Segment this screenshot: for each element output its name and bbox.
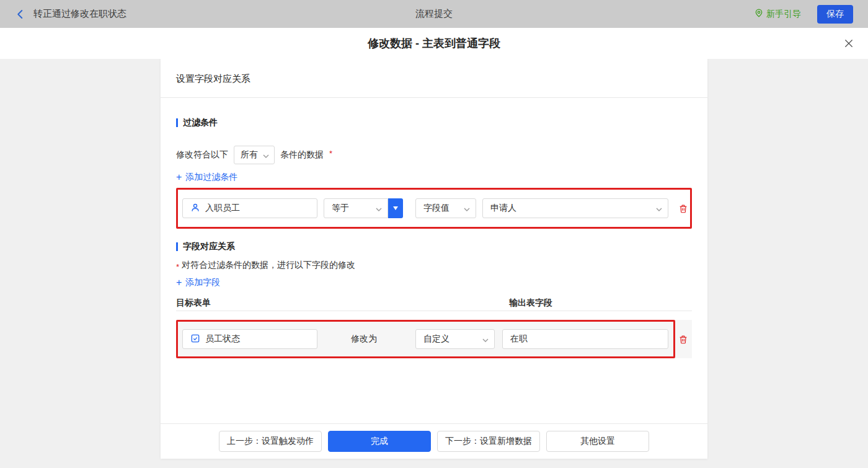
condition-line: 修改符合以下 所有 条件的数据 *	[176, 146, 692, 164]
done-button[interactable]: 完成	[328, 431, 431, 452]
operator-group: 等于	[324, 198, 403, 218]
condition-suffix-label: 条件的数据	[280, 149, 324, 161]
filter-section-title: 过滤条件	[176, 117, 692, 129]
close-icon[interactable]	[843, 38, 854, 49]
add-field-label: 添加字段	[185, 277, 220, 288]
filter-value: 申请人	[490, 203, 516, 214]
mapping-table-header: 目标表单 输出表字段	[176, 298, 692, 311]
section-bar-icon	[176, 242, 178, 251]
condition-prefix-label: 修改符合以下	[176, 149, 228, 161]
beginner-guide-link[interactable]: 新手引导	[755, 8, 801, 20]
delete-condition-icon[interactable]	[678, 203, 688, 214]
delete-field-icon[interactable]	[678, 334, 688, 345]
chevron-down-icon	[482, 334, 489, 344]
dialog-body: 设置字段对应关系 过滤条件 修改符合以下 所有 条件的数据 * +	[0, 59, 868, 468]
chevron-down-icon	[376, 203, 382, 213]
panel-title: 设置字段对应关系	[161, 59, 707, 98]
topbar-left: 转正通过修改在职状态	[15, 8, 126, 20]
add-field-link[interactable]: + 添加字段	[176, 276, 220, 289]
output-value-input[interactable]	[502, 329, 668, 349]
required-mark: *	[176, 262, 179, 272]
add-filter-condition-label: 添加过滤条件	[185, 172, 237, 183]
panel-content: 过滤条件 修改符合以下 所有 条件的数据 * + 添加过滤条件	[161, 98, 707, 423]
target-field-input[interactable]: 员工状态	[182, 329, 317, 349]
prev-step-button[interactable]: 上一步：设置触发动作	[219, 431, 322, 452]
section-bar-icon	[176, 118, 178, 127]
modify-to-label: 修改为	[351, 333, 377, 345]
value-type-select[interactable]: 字段值	[415, 198, 476, 218]
chevron-down-icon	[464, 203, 470, 213]
select-field-icon	[190, 333, 200, 345]
output-type-value: 自定义	[423, 333, 450, 345]
filter-field-input[interactable]: 入职员工	[182, 198, 317, 218]
back-icon[interactable]	[15, 9, 26, 20]
value-type-value: 字段值	[423, 203, 450, 214]
filter-section-label: 过滤条件	[183, 117, 218, 128]
mapping-description: * 对符合过滤条件的数据，进行以下字段的修改	[176, 259, 692, 272]
person-icon	[190, 203, 200, 214]
required-mark: *	[329, 149, 332, 158]
column-target-form: 目标表单	[176, 298, 211, 309]
operator-value: 等于	[332, 203, 349, 214]
filter-condition-row: 入职员工 等于 字段值	[176, 188, 692, 229]
add-filter-condition-link[interactable]: + 添加过滤条件	[176, 171, 237, 183]
beginner-guide-label: 新手引导	[766, 9, 801, 20]
chevron-down-icon	[656, 203, 662, 213]
dialog-header: 修改数据 - 主表到普通字段	[0, 28, 868, 59]
column-output-field: 输出表字段	[509, 298, 552, 309]
plus-icon: +	[176, 278, 182, 288]
topbar-right: 新手引导 保存	[755, 5, 853, 24]
target-field-value: 员工状态	[205, 333, 240, 345]
match-type-select[interactable]: 所有	[234, 146, 275, 164]
plus-icon: +	[176, 172, 182, 182]
operator-dropdown-button[interactable]	[388, 198, 403, 218]
panel-footer: 上一步：设置触发动作 完成 下一步：设置新增数据 其他设置	[161, 423, 707, 459]
workflow-title: 转正通过修改在职状态	[33, 8, 126, 20]
mapping-section-title: 字段对应关系	[176, 241, 692, 253]
chevron-down-icon	[263, 150, 269, 160]
mapping-panel: 设置字段对应关系 过滤条件 修改符合以下 所有 条件的数据 * +	[161, 59, 707, 459]
mapping-field-row: 员工状态 修改为 自定义	[176, 320, 692, 358]
mapping-section-label: 字段对应关系	[183, 241, 235, 252]
location-pin-icon	[755, 8, 763, 20]
dialog-title: 修改数据 - 主表到普通字段	[0, 28, 868, 59]
topbar: 转正通过修改在职状态 流程提交 新手引导 保存	[0, 0, 868, 28]
filter-value-select[interactable]: 申请人	[482, 198, 668, 218]
other-settings-button[interactable]: 其他设置	[546, 431, 649, 452]
match-type-value: 所有	[241, 149, 258, 161]
operator-select[interactable]: 等于	[324, 198, 388, 218]
next-step-button[interactable]: 下一步：设置新增数据	[437, 431, 540, 452]
filter-field-value: 入职员工	[205, 203, 240, 214]
topbar-center-title: 流程提交	[415, 8, 453, 20]
output-type-select[interactable]: 自定义	[415, 329, 495, 349]
mapping-description-text: 对符合过滤条件的数据，进行以下字段的修改	[182, 260, 355, 271]
save-button[interactable]: 保存	[817, 5, 853, 24]
